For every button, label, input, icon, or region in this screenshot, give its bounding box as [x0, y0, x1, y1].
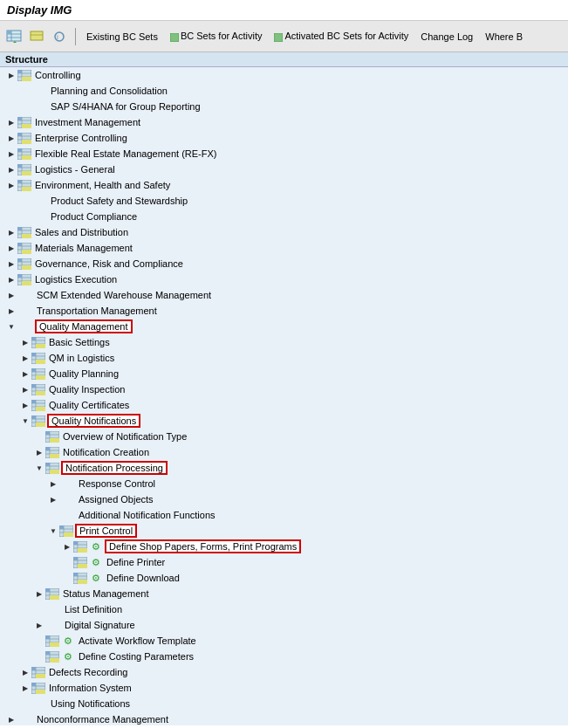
- tree-toggle-empty: [19, 697, 31, 710]
- tree-row[interactable]: ▶ Basic Settings: [0, 334, 568, 350]
- tree-toggle[interactable]: ▶: [33, 619, 45, 631]
- existing-bc-sets-button[interactable]: Existing BC Sets: [83, 30, 161, 44]
- tree-row[interactable]: ▶ Defects Recording: [0, 664, 568, 680]
- tree-toggle[interactable]: ▶: [19, 336, 31, 348]
- svg-rect-93: [31, 384, 36, 388]
- tree-row[interactable]: ⚙Define Download: [0, 570, 568, 586]
- tree-row[interactable]: Product Compliance: [0, 209, 568, 224]
- tree-toggle[interactable]: ▶: [5, 273, 17, 285]
- tree-icon: [17, 148, 31, 160]
- where-b-button[interactable]: Where B: [482, 30, 526, 44]
- tree-toggle[interactable]: ▶: [5, 116, 17, 128]
- toolbar-sep-1: [75, 28, 76, 45]
- section-label: Structure: [5, 54, 48, 65]
- bc-sets-activity-button[interactable]: BC Sets for Activity: [167, 29, 266, 43]
- tree-row[interactable]: ▶ Environment, Health and Safety: [0, 177, 568, 193]
- tree-row[interactable]: ▶ Flexible Real Estate Management (RE-FX…: [0, 146, 568, 161]
- toolbar-icon-1[interactable]: [5, 28, 23, 45]
- tree-toggle[interactable]: ▶: [61, 540, 73, 553]
- tree-toggle[interactable]: ▶: [5, 289, 17, 301]
- tree-toggle[interactable]: ▶: [5, 713, 17, 725]
- tree-toggle[interactable]: ▶: [5, 163, 17, 175]
- tree-toggle[interactable]: ▶: [47, 477, 59, 490]
- tree-row[interactable]: ▼Quality Management: [0, 319, 568, 334]
- tree-row[interactable]: ▶ Logistics - General: [0, 161, 568, 177]
- tree-row[interactable]: ⚙Activate Workflow Template: [0, 633, 568, 649]
- tree-toggle[interactable]: ▶: [33, 587, 45, 600]
- tree-row[interactable]: Using Notifications: [0, 696, 568, 711]
- tree-row[interactable]: ▶ Materials Management: [0, 240, 568, 256]
- tree-toggle[interactable]: ▼: [5, 320, 17, 333]
- tree-row[interactable]: ▶ Investment Management: [0, 114, 568, 130]
- section-header: Structure: [0, 52, 568, 67]
- tree-row[interactable]: ▶ Quality Planning: [0, 366, 568, 381]
- tree-toggle[interactable]: ▶: [19, 352, 31, 364]
- tree-row[interactable]: ▶Transportation Management: [0, 303, 568, 319]
- tree-row[interactable]: ▼ Quality Notifications: [0, 413, 568, 429]
- tree-row[interactable]: ▶ Controlling: [0, 67, 568, 83]
- tree-label: Define Printer: [105, 557, 165, 567]
- tree-row[interactable]: ▼ Print Control: [0, 523, 568, 539]
- tree-row[interactable]: Product Safety and Stewardship: [0, 193, 568, 209]
- tree-row[interactable]: ▶Digital Signature: [0, 617, 568, 633]
- activated-bc-sets-button[interactable]: Activated BC Sets for Activity: [270, 29, 412, 43]
- tree-row[interactable]: List Definition: [0, 601, 568, 617]
- tree-toggle[interactable]: ▶: [19, 367, 31, 380]
- tree-toggle[interactable]: ▶: [47, 493, 59, 505]
- tree-row[interactable]: ▶ Notification Creation: [0, 444, 568, 460]
- tree-toggle[interactable]: ▶: [5, 258, 17, 270]
- tree-row[interactable]: ▶Assigned Objects: [0, 491, 568, 507]
- tree-row[interactable]: ▶ Enterprise Controlling: [0, 130, 568, 146]
- tree-toggle[interactable]: ▶: [19, 666, 31, 678]
- tree-label: Product Compliance: [49, 211, 137, 222]
- tree-row[interactable]: Overview of Notification Type: [0, 429, 568, 444]
- tree-label: Governance, Risk and Compliance: [33, 258, 183, 269]
- tree-row[interactable]: ▶Response Control: [0, 476, 568, 491]
- tree-toggle[interactable]: ▶: [19, 399, 31, 411]
- tree-row[interactable]: ▶ ⚙Define Shop Papers, Forms, Print Prog…: [0, 539, 568, 554]
- change-log-button[interactable]: Change Log: [417, 30, 476, 44]
- toolbar-icon-2[interactable]: [28, 28, 45, 45]
- tree-row[interactable]: ▶ Quality Inspection: [0, 381, 568, 397]
- tree-row[interactable]: ▶ Information System: [0, 680, 568, 696]
- tree-row[interactable]: ▼ Notification Processing: [0, 460, 568, 476]
- tree-toggle[interactable]: ▶: [5, 226, 17, 238]
- tree-toggle[interactable]: ▶: [5, 242, 17, 254]
- gear-icon: ⚙: [89, 540, 103, 553]
- tree-toggle[interactable]: ▶: [5, 179, 17, 191]
- tree-icon: [17, 69, 31, 81]
- tree-toggle[interactable]: ▶: [19, 682, 31, 694]
- tree-row[interactable]: Additional Notification Functions: [0, 507, 568, 523]
- tree-row[interactable]: ▶ Governance, Risk and Compliance: [0, 256, 568, 271]
- tree-toggle[interactable]: ▶: [19, 383, 31, 395]
- tree-row[interactable]: ▶Nonconformance Management: [0, 711, 568, 725]
- tree-toggle[interactable]: ▼: [19, 415, 31, 427]
- tree-icon-empty: [31, 195, 47, 207]
- toolbar-icon-3[interactable]: i: [51, 28, 68, 45]
- tree-label: SAP S/4HANA for Group Reporting: [49, 101, 201, 112]
- tree-toggle[interactable]: ▶: [5, 69, 17, 81]
- tree-row[interactable]: SAP S/4HANA for Group Reporting: [0, 99, 568, 114]
- tree-row[interactable]: ▶ Status Management: [0, 586, 568, 601]
- tree-icon: [31, 367, 45, 380]
- tree-row[interactable]: ▶ Logistics Execution: [0, 271, 568, 287]
- tree-label: SCM Extended Warehouse Management: [35, 290, 211, 300]
- tree-icon-empty: [17, 305, 33, 317]
- tree-toggle[interactable]: ▶: [5, 132, 17, 144]
- tree-row[interactable]: ⚙Define Costing Parameters: [0, 649, 568, 664]
- tree-row[interactable]: ▶SCM Extended Warehouse Management: [0, 287, 568, 303]
- tree-toggle[interactable]: ▶: [33, 446, 45, 458]
- tree-toggle[interactable]: ▼: [47, 525, 59, 537]
- tree-toggle[interactable]: ▶: [5, 148, 17, 160]
- tree-icon: [45, 650, 59, 663]
- tree-row[interactable]: ▶ QM in Logistics: [0, 350, 568, 366]
- tree-toggle[interactable]: ▼: [33, 462, 45, 474]
- tree-row[interactable]: ⚙Define Printer: [0, 554, 568, 570]
- tree-toggle[interactable]: ▶: [5, 305, 17, 317]
- tree-container[interactable]: ▶ ControllingPlanning and ConsolidationS…: [0, 67, 568, 725]
- tree-icon: [17, 132, 31, 144]
- svg-rect-9: [170, 33, 179, 42]
- tree-row[interactable]: Planning and Consolidation: [0, 83, 568, 99]
- tree-row[interactable]: ▶ Sales and Distribution: [0, 224, 568, 240]
- tree-row[interactable]: ▶ Quality Certificates: [0, 397, 568, 413]
